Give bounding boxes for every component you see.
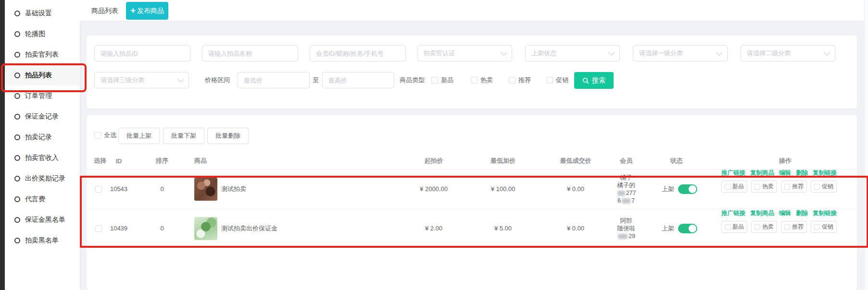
sidebar-item-basic-settings[interactable]: 基础设置	[5, 3, 80, 24]
edit-button[interactable]: 编辑	[779, 209, 791, 218]
product-image[interactable]	[194, 169, 217, 209]
min-price-input[interactable]	[238, 72, 310, 88]
checkbox-icon[interactable]	[725, 184, 730, 190]
circle-icon	[14, 72, 20, 78]
header-status: 状态	[670, 153, 683, 169]
row-checkbox[interactable]	[91, 169, 106, 209]
sidebar-item-auction-records[interactable]: 拍卖记录	[5, 127, 80, 147]
status-label: 上架	[662, 224, 674, 233]
sidebar-item-lot-list[interactable]: 拍品列表	[5, 65, 80, 85]
copy-product-button[interactable]: 复制商品	[750, 169, 774, 177]
promotion-link-button[interactable]: 推广链接	[721, 209, 745, 218]
checkbox-icon[interactable]	[95, 225, 102, 232]
category-level1-select[interactable]: 请选择一级分类	[633, 45, 728, 61]
tag-checkbox-hot[interactable]: 热卖	[751, 221, 777, 233]
checkbox-icon[interactable]	[431, 77, 438, 84]
checkbox-icon[interactable]	[755, 184, 760, 190]
type-checkbox-new[interactable]: 新品	[431, 72, 453, 88]
batch-on-shelf-button[interactable]: 批量上架	[118, 128, 160, 144]
search-button-label: 搜索	[592, 76, 605, 85]
select-all-checkbox[interactable]: 全选	[94, 128, 116, 143]
lot-name-input[interactable]	[202, 45, 298, 61]
tag-checkbox-promo[interactable]: 促销	[811, 221, 837, 233]
product-name: 测试拍卖出价保证金	[221, 209, 404, 247]
member-name-line: 橘子	[620, 174, 632, 181]
sidebar-item-deposit-records[interactable]: 保证金记录	[5, 106, 80, 127]
sidebar-item-label: 拍卖官列表	[25, 50, 59, 59]
type-label: 促销	[556, 76, 568, 85]
type-checkbox-promo[interactable]: 促销	[546, 72, 568, 88]
batch-delete-button[interactable]: 批量删除	[207, 128, 249, 144]
sidebar-item-bid-reward-records[interactable]: 出价奖励记录	[5, 168, 80, 189]
checkbox-icon[interactable]	[755, 224, 760, 230]
tag-checkbox-recommend[interactable]: 推荐	[781, 181, 807, 193]
sidebar-item-auction-blacklist[interactable]: 拍卖黑名单	[5, 230, 80, 251]
search-icon	[582, 77, 589, 84]
batch-off-shelf-button[interactable]: 批量下架	[163, 128, 204, 144]
type-checkbox-recommend[interactable]: 推荐	[509, 72, 531, 88]
sidebar-item-auctioneer-income[interactable]: 拍卖官收入	[5, 147, 80, 168]
edit-button[interactable]: 编辑	[779, 169, 791, 177]
lot-id-input[interactable]	[94, 45, 190, 61]
member-search-input[interactable]	[310, 45, 406, 61]
header-id: ID	[104, 153, 133, 169]
shelf-status-toggle[interactable]	[678, 224, 697, 233]
row-checkbox[interactable]	[91, 209, 106, 247]
product-image[interactable]	[194, 209, 217, 247]
promotion-link-button[interactable]: 推广链接	[721, 169, 745, 177]
shelf-status-select[interactable]: 上架状态	[525, 45, 620, 61]
shelf-status-toggle[interactable]	[678, 184, 697, 194]
circle-icon	[14, 31, 20, 37]
copy-product-button[interactable]: 复制商品	[750, 209, 774, 218]
left-edge-strip	[0, 0, 5, 290]
publish-product-button[interactable]: + 发布商品	[126, 2, 168, 20]
product-name: 测试拍卖	[221, 169, 404, 209]
checkbox-icon[interactable]	[814, 224, 820, 230]
checkbox-icon[interactable]	[94, 132, 101, 139]
tag-checkbox-new[interactable]: 新品	[721, 221, 747, 233]
header-product: 商品	[194, 153, 207, 169]
actions-cell: 推广链接 复制商品 编辑 删除 复制链接 新品 热卖 推荐 促销	[721, 209, 852, 247]
checkbox-icon[interactable]	[509, 77, 516, 84]
auction-admin-page: 基础设置 轮播图 拍卖官列表 拍品列表 订单管理 保证金记录 拍卖记录 拍卖官收…	[0, 0, 868, 290]
tag-checkbox-hot[interactable]: 热卖	[751, 181, 777, 193]
copy-link-button[interactable]: 复制链接	[813, 169, 837, 177]
category-level3-select[interactable]: 请选择三级分类	[94, 72, 189, 88]
min-deal-price: ¥ 0.00	[552, 169, 600, 209]
sidebar-item-label: 基础设置	[25, 9, 52, 18]
sidebar-item-auctioneer-list[interactable]: 拍卖官列表	[5, 44, 80, 65]
tag-checkbox-promo[interactable]: 促销	[811, 181, 837, 193]
sidebar-item-label: 拍卖记录	[25, 133, 52, 142]
tag-checkbox-recommend[interactable]: 推荐	[781, 221, 807, 233]
sidebar: 基础设置 轮播图 拍卖官列表 拍品列表 订单管理 保证金记录 拍卖记录 拍卖官收…	[5, 0, 80, 290]
copy-link-button[interactable]: 复制链接	[813, 209, 837, 218]
scrollbar-track[interactable]	[864, 0, 868, 290]
header-min-deal-price: 最低成交价	[552, 153, 600, 169]
tag-checkbox-new[interactable]: 新品	[721, 181, 747, 193]
category-level2-select[interactable]: 请选择二级分类	[741, 45, 835, 61]
checkbox-icon[interactable]	[725, 224, 730, 230]
checkbox-icon[interactable]	[471, 77, 478, 84]
filter-panel: 拍卖官认证 上架状态 请选择一级分类 请选择二级分类 请选择三级分类 价格区间 …	[87, 36, 857, 109]
sidebar-item-carousel[interactable]: 轮播图	[5, 24, 80, 44]
sidebar-item-order-management[interactable]: 订单管理	[5, 85, 80, 106]
checkbox-icon[interactable]	[95, 186, 102, 193]
tab-product-list[interactable]: 商品列表	[91, 0, 118, 22]
max-price-input[interactable]	[322, 72, 394, 88]
sidebar-item-endorsement-fee[interactable]: 代言费	[5, 189, 80, 209]
delete-button[interactable]: 删除	[796, 209, 808, 218]
action-links: 推广链接 复制商品 编辑 删除 复制链接	[721, 209, 837, 218]
sidebar-item-label: 代言费	[25, 195, 45, 204]
checkbox-icon[interactable]	[784, 184, 790, 190]
action-links: 推广链接 复制商品 编辑 删除 复制链接	[721, 169, 837, 177]
checkbox-icon[interactable]	[784, 224, 790, 230]
type-checkbox-hot[interactable]: 热卖	[471, 72, 493, 88]
product-table-panel: 全选 批量上架 批量下架 批量删除 选择 ID 排序 商品 起拍价 最低加价 最…	[87, 115, 857, 290]
select-placeholder: 请选择三级分类	[101, 76, 144, 85]
checkbox-icon[interactable]	[546, 77, 553, 84]
checkbox-icon[interactable]	[814, 184, 820, 190]
delete-button[interactable]: 删除	[796, 169, 808, 177]
auctioneer-cert-select[interactable]: 拍卖官认证	[417, 45, 512, 61]
sidebar-item-deposit-blacklist[interactable]: 保证金黑名单	[5, 209, 80, 230]
search-button[interactable]: 搜索	[574, 72, 614, 89]
